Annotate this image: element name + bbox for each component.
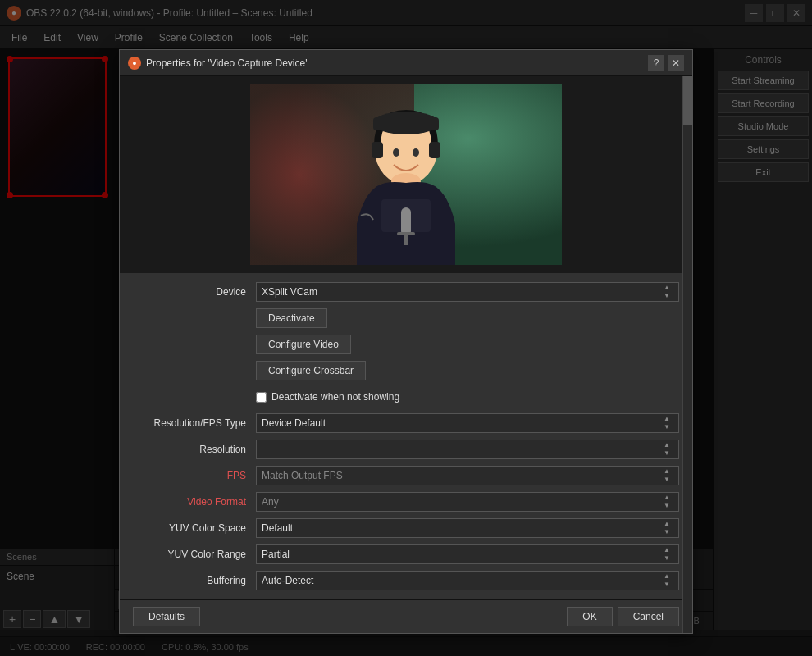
buffering-label: Buffering xyxy=(133,575,256,586)
video-format-label: Video Format xyxy=(133,496,256,508)
fps-up-arrow[interactable]: ▲ xyxy=(660,467,673,476)
yuv-cs-up-arrow[interactable]: ▲ xyxy=(660,520,673,528)
dialog-body: Device XSplit VCam ▲ ▼ Deactivate xyxy=(120,76,692,633)
buffering-up-arrow[interactable]: ▲ xyxy=(660,572,673,581)
device-value: XSplit VCam xyxy=(262,286,660,298)
buffering-control: Auto-Detect ▲ ▼ xyxy=(256,571,679,590)
buffering-row: Buffering Auto-Detect ▲ ▼ xyxy=(133,570,679,591)
configure-video-button[interactable]: Configure Video xyxy=(256,335,351,354)
resolution-down-arrow[interactable]: ▼ xyxy=(660,449,673,458)
dialog-titlebar: ● Properties for 'Video Capture Device' … xyxy=(120,50,692,76)
resolution-spinner[interactable]: ▲ ▼ xyxy=(660,441,673,457)
dialog-title-left: ● Properties for 'Video Capture Device' xyxy=(128,57,307,70)
configure-video-row: Configure Video xyxy=(133,334,679,355)
video-format-row: Video Format Any ▲ ▼ xyxy=(133,491,679,512)
video-format-up-arrow[interactable]: ▲ xyxy=(660,494,673,502)
deactivate-when-not-showing-checkbox[interactable] xyxy=(256,392,267,403)
resolution-up-arrow[interactable]: ▲ xyxy=(660,441,673,449)
svg-point-7 xyxy=(393,148,399,157)
yuv-color-range-label: YUV Color Range xyxy=(133,549,256,560)
resolution-label: Resolution xyxy=(133,444,256,455)
yuv-color-space-value: Default xyxy=(262,522,660,534)
resolution-fps-spinner[interactable]: ▲ ▼ xyxy=(660,415,673,430)
defaults-button[interactable]: Defaults xyxy=(133,607,200,626)
fps-control: Match Output FPS ▲ ▼ xyxy=(256,466,679,485)
dialog-app-icon: ● xyxy=(128,57,141,70)
fps-down-arrow[interactable]: ▼ xyxy=(660,476,673,484)
buffering-spinner[interactable]: ▲ ▼ xyxy=(660,572,673,588)
yuv-color-range-row: YUV Color Range Partial ▲ ▼ xyxy=(133,544,679,565)
yuv-color-space-spinner[interactable]: ▲ ▼ xyxy=(660,520,673,535)
svg-rect-3 xyxy=(372,142,383,158)
yuv-color-space-row: YUV Color Space Default ▲ ▼ xyxy=(133,517,679,539)
video-format-control: Any ▲ ▼ xyxy=(256,492,679,512)
device-control: XSplit VCam ▲ ▼ xyxy=(256,282,679,302)
dialog-overlay: ● Properties for 'Video Capture Device' … xyxy=(0,0,812,656)
fps-spinner[interactable]: ▲ ▼ xyxy=(660,467,673,483)
svg-rect-4 xyxy=(429,142,440,158)
device-row: Device XSplit VCam ▲ ▼ xyxy=(133,281,679,303)
video-format-spinner[interactable]: ▲ ▼ xyxy=(660,494,673,509)
device-spinner[interactable]: ▲ ▼ xyxy=(660,284,673,299)
deactivate-checkbox-row: Deactivate when not showing xyxy=(133,386,679,408)
dialog-preview-area xyxy=(120,76,692,273)
deactivate-checkbox-label: Deactivate when not showing xyxy=(271,391,399,403)
resolution-fps-value: Device Default xyxy=(262,417,660,429)
fps-label: FPS xyxy=(133,470,256,481)
dialog-title-controls[interactable]: ? ✕ xyxy=(648,55,684,71)
dialog-close-button[interactable]: ✕ xyxy=(668,55,684,71)
configure-crossbar-row: Configure Crossbar xyxy=(133,360,679,381)
buffering-value: Auto-Detect xyxy=(262,575,660,586)
device-label: Device xyxy=(133,286,256,298)
yuv-color-range-spinner[interactable]: ▲ ▼ xyxy=(660,546,673,562)
camera-preview xyxy=(250,84,562,265)
svg-point-8 xyxy=(413,148,419,157)
yuv-cr-down-arrow[interactable]: ▼ xyxy=(660,554,673,563)
yuv-color-range-value: Partial xyxy=(262,549,660,560)
svg-rect-6 xyxy=(373,117,439,130)
dialog-footer: Defaults OK Cancel xyxy=(120,599,692,633)
properties-dialog: ● Properties for 'Video Capture Device' … xyxy=(119,49,693,634)
resolution-fps-row: Resolution/FPS Type Device Default ▲ ▼ xyxy=(133,412,679,434)
video-format-down-arrow[interactable]: ▼ xyxy=(660,502,673,510)
configure-crossbar-button[interactable]: Configure Crossbar xyxy=(256,361,366,380)
device-down-arrow[interactable]: ▼ xyxy=(660,292,673,300)
res-fps-down-arrow[interactable]: ▼ xyxy=(660,423,673,431)
svg-rect-11 xyxy=(401,207,411,236)
deactivate-row: Deactivate xyxy=(133,308,679,329)
deactivate-button[interactable]: Deactivate xyxy=(256,308,327,328)
yuv-color-range-control: Partial ▲ ▼ xyxy=(256,544,679,564)
resolution-control: ▲ ▼ xyxy=(256,440,679,459)
video-format-value: Any xyxy=(262,496,660,508)
device-up-arrow[interactable]: ▲ xyxy=(660,284,673,292)
svg-rect-13 xyxy=(404,235,408,245)
svg-rect-12 xyxy=(397,232,415,235)
resolution-fps-control: Device Default ▲ ▼ xyxy=(256,413,679,433)
res-fps-up-arrow[interactable]: ▲ xyxy=(660,415,673,423)
resolution-row: Resolution ▲ ▼ xyxy=(133,439,679,460)
buffering-down-arrow[interactable]: ▼ xyxy=(660,581,673,589)
ok-button[interactable]: OK xyxy=(567,607,612,626)
deactivate-checkbox-group: Deactivate when not showing xyxy=(256,391,399,403)
dialog-content: Device XSplit VCam ▲ ▼ Deactivate xyxy=(120,273,692,599)
dialog-scrollbar-thumb[interactable] xyxy=(683,76,692,125)
dialog-scrollbar[interactable] xyxy=(682,76,692,633)
dialog-footer-right: OK Cancel xyxy=(567,607,679,626)
dialog-title: Properties for 'Video Capture Device' xyxy=(146,57,307,69)
yuv-cr-up-arrow[interactable]: ▲ xyxy=(660,546,673,554)
fps-row: FPS Match Output FPS ▲ ▼ xyxy=(133,465,679,486)
cancel-button[interactable]: Cancel xyxy=(618,607,679,626)
yuv-cs-down-arrow[interactable]: ▼ xyxy=(660,528,673,536)
dialog-help-button[interactable]: ? xyxy=(648,55,664,71)
resolution-fps-label: Resolution/FPS Type xyxy=(133,417,256,429)
yuv-color-space-label: YUV Color Space xyxy=(133,522,256,534)
fps-value: Match Output FPS xyxy=(262,470,660,481)
yuv-color-space-control: Default ▲ ▼ xyxy=(256,518,679,538)
